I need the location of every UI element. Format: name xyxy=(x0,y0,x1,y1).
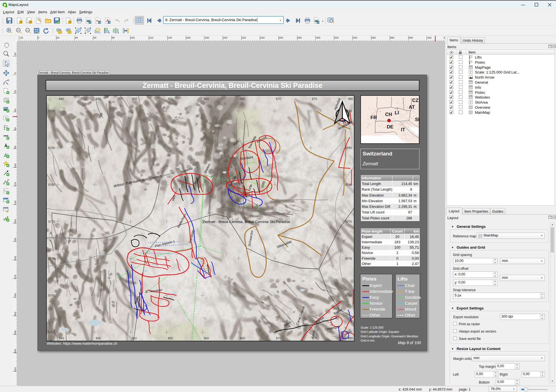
svg-text:5785: 5785 xyxy=(48,146,55,150)
svg-text:5765: 5765 xyxy=(345,294,352,297)
svg-text:FR: FR xyxy=(370,115,377,120)
svg-text:SI: SI xyxy=(415,117,419,122)
svg-text:Zermatt - Breuil-Cervinia, Bre: Zermatt - Breuil-Cervinia, Breuil-Cervin… xyxy=(203,220,290,224)
svg-text:5760: 5760 xyxy=(48,331,55,334)
svg-text:865: 865 xyxy=(240,337,245,340)
svg-text:5780: 5780 xyxy=(345,183,352,186)
svg-text:860: 860 xyxy=(204,337,209,340)
svg-text:5760: 5760 xyxy=(345,331,352,334)
svg-text:CH: CH xyxy=(385,112,392,117)
svg-text:850: 850 xyxy=(132,337,137,340)
svg-text:T: T xyxy=(470,71,472,74)
svg-text:5785: 5785 xyxy=(345,146,352,150)
svg-text:840: 840 xyxy=(59,97,64,101)
svg-text:5790: 5790 xyxy=(345,109,352,113)
svg-text:CZ: CZ xyxy=(412,98,419,103)
svg-text:880: 880 xyxy=(348,97,353,101)
svg-text:880: 880 xyxy=(348,337,353,340)
svg-text:IT: IT xyxy=(401,127,405,132)
svg-text:875: 875 xyxy=(312,337,317,340)
svg-text:875: 875 xyxy=(312,97,317,101)
svg-text:DE: DE xyxy=(387,124,394,130)
svg-text:5770: 5770 xyxy=(48,257,55,260)
svg-text:845: 845 xyxy=(96,97,101,101)
svg-text:5780: 5780 xyxy=(48,183,55,186)
svg-text:870: 870 xyxy=(276,97,281,101)
svg-text:AT: AT xyxy=(409,104,415,110)
svg-text:840: 840 xyxy=(59,337,64,340)
svg-text:T: T xyxy=(470,101,472,104)
svg-text:1:1: 1:1 xyxy=(26,29,29,31)
svg-text:845: 845 xyxy=(96,337,101,340)
svg-text:LI: LI xyxy=(395,110,399,115)
svg-text:855: 855 xyxy=(168,97,173,101)
svg-text:860: 860 xyxy=(204,97,209,101)
svg-text:5790: 5790 xyxy=(48,109,55,113)
svg-text:5770: 5770 xyxy=(345,257,352,260)
svg-text:850: 850 xyxy=(132,97,137,101)
svg-text:870: 870 xyxy=(276,337,281,340)
svg-text:5775: 5775 xyxy=(48,220,55,223)
svg-text:5765: 5765 xyxy=(48,294,55,297)
svg-text:855: 855 xyxy=(168,337,173,340)
svg-text:5775: 5775 xyxy=(345,220,352,223)
svg-text:865: 865 xyxy=(240,97,245,101)
